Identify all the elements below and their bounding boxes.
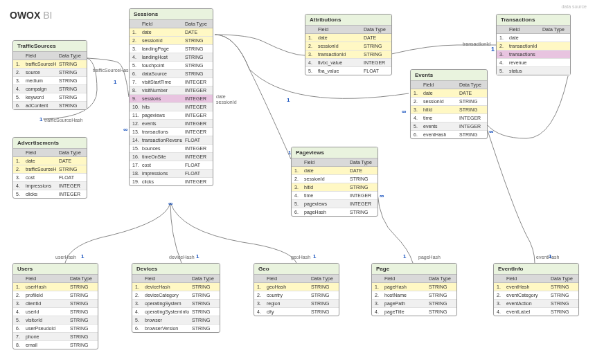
table-row: 2.sessionIdSTRING (130, 37, 213, 45)
table-row: 4.userIdSTRING (13, 308, 98, 316)
table-row: 15.bouncesINTEGER (130, 145, 213, 153)
table-row: 5.status (497, 67, 570, 75)
table-pageviews: PageviewsFieldData Type1.dateDATE2.sessi… (291, 147, 378, 217)
table-row: 4.timeINTEGER (411, 114, 487, 122)
table-row: 1.dateDATE (13, 157, 87, 165)
label-deviceHash: deviceHash (169, 255, 195, 260)
table-row: 4.impressionsINTEGER (13, 182, 87, 190)
table-row: 2.profileIdSTRING (13, 291, 98, 300)
table-row: 2.hostNameSTRING (372, 291, 456, 300)
label-date: date (216, 94, 226, 99)
card-one: 1 (114, 79, 116, 85)
table-row: 2.sessionIdSTRING (305, 42, 391, 51)
table-row: 1.trafficSourceHashSTRING (13, 60, 87, 69)
table-row: 5.eventsINTEGER (411, 122, 487, 131)
c1d: 1 (403, 253, 406, 260)
table-title: Devices (132, 264, 220, 275)
table-attributions: AttributionsFieldData Type1.dateDATE2.se… (305, 14, 392, 75)
table-header: FieldData Type (132, 275, 220, 283)
table-row: 4.landingHostSTRING (130, 53, 213, 62)
table-row: 17.costFLOAT (130, 161, 213, 170)
label-pageHash: pageHash (418, 255, 441, 260)
table-header: FieldData Type (130, 20, 213, 28)
table-title: Events (411, 70, 487, 81)
table-title: Sessions (130, 9, 213, 20)
table-header: FieldData Type (13, 149, 87, 157)
table-row: 6.browserVersionSTRING (132, 325, 220, 332)
table-row: 3.eventActionSTRING (494, 300, 578, 308)
table-row: 4.revenue (497, 59, 570, 67)
table-title: Attributions (305, 15, 391, 26)
table-row: 4.pageTitleSTRING (372, 308, 456, 316)
table-row: 8.emailSTRING (13, 341, 98, 349)
table-eventinfo: EventInfoFieldData Type1.eventHashSTRING… (493, 263, 579, 316)
table-row: 5.clicksINTEGER (13, 190, 87, 198)
table-row: 1.dateDATE (292, 167, 378, 175)
table-row: 6.pageHashSTRING (292, 208, 378, 216)
cm7: ∞ (402, 108, 406, 115)
table-row: 18.impressionsFLOAT (130, 170, 213, 178)
table-row: 3.operatingSystemSTRING (132, 300, 220, 308)
table-row: 6.eventHashSTRING (411, 131, 487, 138)
table-row: 3.regionSTRING (254, 300, 339, 308)
table-row: 2.sessionIdSTRING (292, 175, 378, 183)
table-row: 1.geoHashSTRING (254, 283, 339, 291)
label-trafficSourceHash2: trafficSourceHash (44, 118, 83, 122)
cm3: ∞ (380, 192, 384, 199)
table-row: 3.pagePathSTRING (372, 300, 456, 308)
table-title: EventInfo (494, 264, 578, 275)
table-row: 4.operatingSystemInfoSTRING (132, 308, 220, 316)
card-many: ∞ (123, 126, 127, 133)
table-row: 11.pageviewsINTEGER (130, 111, 213, 120)
table-header: FieldData Type (497, 26, 570, 34)
logo: OWOX BI (10, 10, 52, 21)
c1c: 1 (313, 253, 316, 260)
cm4: 1 (491, 46, 495, 53)
table-header: FieldData Type (13, 275, 98, 283)
card-one2: 1 (39, 116, 42, 122)
table-row: 19.clicksINTEGER (130, 178, 213, 185)
table-trafficsources: TrafficSourcesFieldData Type1.trafficSou… (12, 40, 87, 110)
table-row: 5.browserSTRING (132, 316, 220, 325)
label-geoHash: geoHash (291, 255, 310, 260)
table-row: 2.trafficSourceHashSTRING (13, 165, 87, 174)
cm6: 1 (287, 97, 290, 103)
table-row: 4.campaignSTRING (13, 85, 87, 93)
table-transactions: TransactionsFieldData Type1.date2.transa… (496, 14, 571, 75)
table-row: 12.eventsINTEGER (130, 120, 213, 128)
table-row: 2.sessionIdSTRING (411, 98, 487, 106)
table-row: 3.costFLOAT (13, 174, 87, 182)
table-title: Pageviews (292, 147, 378, 158)
table-header: FieldData Type (13, 52, 87, 60)
table-row: 4.ltvbc_valueINTEGER (305, 59, 391, 67)
table-row: 7.phoneSTRING (13, 333, 98, 341)
table-row: 1.eventHashSTRING (494, 283, 578, 291)
table-row: 4.eventLabelSTRING (494, 308, 578, 316)
table-row: 5.touchpointSTRING (130, 62, 213, 70)
table-row: 3.clientIdSTRING (13, 300, 98, 308)
table-row: 3.landingPageSTRING (130, 45, 213, 53)
table-row: 14.transactionRevenueFLOAT (130, 136, 213, 145)
table-title: Geo (254, 264, 339, 275)
data-source-link[interactable]: data source (561, 4, 587, 9)
table-row: 6.adContentSTRING (13, 102, 87, 109)
table-row: 1.pageHashSTRING (372, 283, 456, 291)
table-sessions: SessionsFieldData Type1.dateDATE2.sessio… (129, 8, 213, 186)
table-row: 3.transactions (497, 51, 570, 59)
table-row: 5.pageviewsINTEGER (292, 200, 378, 208)
table-title: Transactions (497, 15, 570, 26)
table-row: 1.userHashSTRING (13, 283, 98, 291)
table-row: 1.dateDATE (411, 89, 487, 98)
label-transactionId: transactionId (463, 42, 490, 46)
card-many2: ∞ (168, 200, 172, 207)
c1e: 1 (549, 253, 551, 260)
table-row: 3.hitIdSTRING (411, 106, 487, 114)
table-row: 3.hitIdSTRING (292, 183, 378, 192)
table-header: FieldData Type (494, 275, 578, 283)
table-header: FieldData Type (292, 158, 378, 167)
table-users: UsersFieldData Type1.userHashSTRING2.pro… (12, 263, 98, 349)
table-row: 5.fba_valueFLOAT (305, 67, 391, 75)
table-header: FieldData Type (254, 275, 339, 283)
table-geo: GeoFieldData Type1.geoHashSTRING2.countr… (254, 263, 339, 316)
table-row: 4.timeINTEGER (292, 192, 378, 200)
